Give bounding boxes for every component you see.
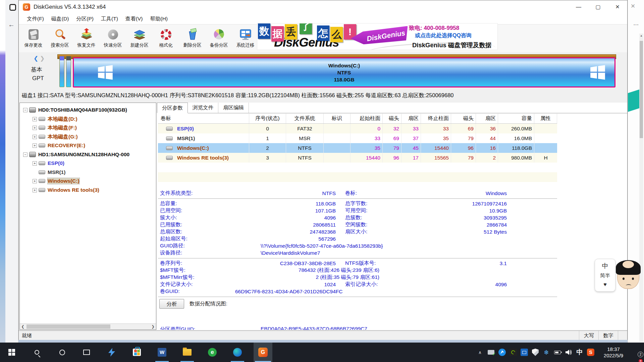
quick-partition-button[interactable]: 快速分区 — [100, 24, 126, 51]
background-scroll-thumb[interactable] — [640, 41, 643, 138]
menu-file[interactable]: 文件(F) — [23, 14, 47, 24]
expand-icon[interactable] — [33, 161, 37, 166]
disk-icon — [29, 107, 36, 113]
close-button[interactable]: ✕ — [608, 0, 627, 14]
save-changes-button[interactable]: 保存更改 — [20, 24, 47, 51]
new-partition-button[interactable]: 新建分区 — [126, 24, 153, 51]
battery-tray-icon[interactable] — [554, 349, 561, 356]
cartoon-face-sticker — [615, 260, 641, 292]
tree-item-local-f[interactable]: 本地磁盘(F:) — [20, 123, 156, 132]
taskbar-app-diskgenius[interactable]: G — [254, 343, 272, 362]
tab-sector-edit[interactable]: 扇区编辑 — [218, 103, 249, 113]
taskbar-app-lightning[interactable] — [104, 343, 120, 362]
scroll-thumb[interactable] — [26, 324, 110, 329]
browser-menu-icon[interactable]: ⋯ — [633, 21, 639, 28]
table-row-msr[interactable]: MSR(1) 1 MSR 33 69 37 35 79 44 16.0MB — [158, 133, 557, 143]
esp-partition-bar[interactable] — [59, 56, 64, 87]
search-icon — [35, 350, 39, 355]
sogou-tray-icon[interactable]: S — [587, 349, 594, 356]
menu-tools[interactable]: 工具(T) — [98, 14, 121, 24]
drive-icon — [166, 146, 173, 150]
background-close-icon[interactable]: ✕ — [631, 3, 635, 10]
next-disk-icon[interactable]: ❯ — [40, 55, 45, 62]
prev-disk-icon[interactable]: ❮ — [34, 55, 38, 62]
tree-horizontal-scrollbar[interactable]: ❮ ❯ — [20, 323, 156, 329]
expand-icon[interactable] — [33, 143, 37, 148]
statusbar: 就绪 大写 数字 — [19, 330, 627, 340]
search-partition-button[interactable]: 搜索分区 — [47, 24, 73, 51]
collapse-icon[interactable] — [23, 108, 28, 112]
tree-item-windows-c[interactable]: Windows(C:) — [20, 177, 156, 185]
collapse-icon[interactable] — [23, 153, 28, 157]
banner-tile: 么 — [330, 27, 343, 42]
browser-back-icon[interactable]: ← — [8, 21, 15, 28]
minimize-button[interactable]: — — [569, 0, 588, 14]
tree-item-windows-re[interactable]: Windows RE tools(3) — [20, 186, 156, 194]
tab-browse-files[interactable]: 浏览文件 — [188, 103, 218, 113]
intel-graphics-tray-icon[interactable] — [521, 349, 528, 356]
cortana-button[interactable] — [54, 343, 70, 362]
start-button[interactable] — [4, 343, 20, 362]
input-method-sticker[interactable]: 中 简半 ♥ — [595, 259, 615, 292]
table-row-esp[interactable]: ESP(0) 0 FAT32 0 32 33 33 69 36 260.0MB — [158, 124, 557, 133]
thunder-tray-icon[interactable]: ❄ — [543, 349, 550, 356]
tree-item-esp[interactable]: ESP(0) — [20, 159, 156, 168]
action-center-button[interactable]: 2 — [633, 349, 641, 356]
volume-tray-icon[interactable] — [565, 349, 572, 356]
table-row-windows-c[interactable]: Windows(C:) 2 NTFS 35 79 45 15440 96 16 … — [158, 143, 557, 153]
banner-qq-link[interactable]: 或点击此处选择QQ咨询 — [415, 32, 472, 39]
scroll-right-icon[interactable]: ❯ — [150, 324, 156, 329]
promo-banner[interactable]: DiskGenius 数 据 丢 了 怎 么 ! DiskGenius 致电: … — [257, 23, 498, 50]
messenger-tray-icon[interactable] — [498, 349, 506, 356]
tree-item-msr[interactable]: MSR(1) — [20, 168, 156, 177]
table-row-empty — [158, 172, 557, 182]
scroll-up-icon[interactable]: ▲ — [639, 34, 643, 38]
expand-icon[interactable] — [33, 135, 37, 139]
taskbar-app-edge[interactable] — [229, 343, 246, 362]
tree-item-recovery-e[interactable]: RECOVERY(E:) — [20, 141, 156, 150]
defender-tray-icon[interactable]: ✕ — [532, 349, 539, 356]
recover-files-button[interactable]: 恢复文件 — [73, 24, 100, 51]
taskbar-app-word[interactable]: W — [154, 343, 170, 362]
input-language-indicator[interactable]: 中 — [576, 349, 583, 356]
table-row-windows-re[interactable]: Windows RE tools(3) 3 NTFS 15440 96 17 1… — [158, 153, 557, 163]
taskbar-clock[interactable]: 18:37 2022/5/9 — [598, 346, 629, 359]
tree-item-hd1[interactable]: HD1:SAMSUNGMZNLN128HAHQ-000 — [20, 150, 156, 159]
tree-item-hd0[interactable]: HD0:TOSHIBAMQ04ABF100(932GB) — [20, 106, 156, 114]
task-view-button[interactable] — [78, 343, 95, 362]
expand-icon[interactable] — [33, 188, 37, 192]
msr-partition-bar[interactable] — [66, 56, 71, 87]
tree-item-local-g[interactable]: 本地磁盘(G:) — [20, 132, 156, 141]
format-button[interactable]: 格式化 — [153, 24, 179, 51]
menu-view[interactable]: 查看(V) — [122, 14, 146, 24]
partition-type-guid-row: 分区类型GUID: EBD0A0A2-B9E5-4433-87C0-68B6B7… — [158, 326, 594, 330]
tray-overflow-icon[interactable]: ∧ — [476, 349, 484, 356]
maximize-button[interactable]: ▢ — [588, 0, 608, 14]
printer-tray-icon[interactable] — [487, 349, 495, 356]
backup-partition-button[interactable]: 备份分区 — [206, 24, 232, 51]
expand-icon[interactable] — [33, 126, 37, 130]
menu-partition[interactable]: 分区(P) — [73, 14, 97, 24]
taskbar-app-store[interactable] — [129, 343, 145, 362]
menu-help[interactable]: 帮助(H) — [147, 14, 171, 24]
expand-icon[interactable] — [33, 117, 37, 121]
status-num: 数字 — [598, 331, 618, 340]
taskbar-app-explorer[interactable] — [179, 343, 195, 362]
tree-item-local-d[interactable]: 本地磁盘(D:) — [20, 115, 156, 123]
system-migration-button[interactable]: 系统迁移 — [232, 24, 259, 51]
analyze-button[interactable]: 分析 — [159, 299, 184, 309]
delete-partition-button[interactable]: 删除分区 — [179, 24, 206, 51]
status-spare — [618, 331, 627, 340]
windows-c-partition-bar[interactable]: Windows(C:) NTFS 118.0GB — [73, 57, 615, 87]
delete-partition-icon — [185, 28, 200, 41]
quick-partition-icon — [105, 28, 121, 41]
expand-icon[interactable] — [33, 179, 37, 183]
scroll-left-icon[interactable]: ❮ — [20, 324, 26, 329]
taskbar-app-browser360[interactable]: e — [204, 343, 220, 362]
taskbar-search-button[interactable] — [29, 343, 45, 362]
table-header[interactable]: 卷标 序号(状态) 文件系统 标识 起始柱面 磁头 扇区 终止柱面 磁头 扇区 … — [158, 114, 557, 124]
nvidia-tray-icon[interactable] — [509, 349, 517, 356]
menu-disk[interactable]: 磁盘(D) — [48, 14, 72, 24]
tab-partition-params[interactable]: 分区参数 — [157, 103, 188, 113]
titlebar[interactable]: G DiskGenius V5.4.3.1342 x64 — ▢ ✕ — [19, 0, 627, 14]
